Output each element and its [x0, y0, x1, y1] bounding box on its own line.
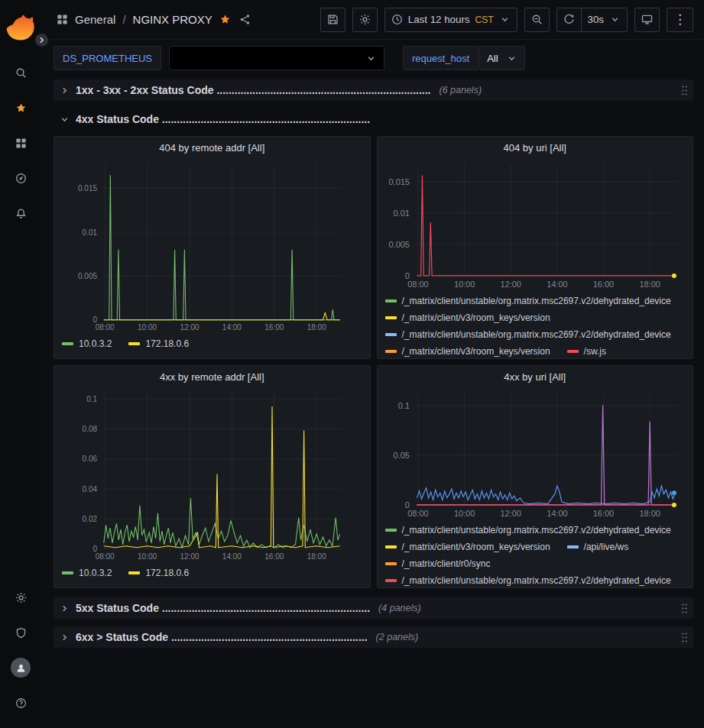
avatar [11, 658, 31, 678]
svg-text:12:00: 12:00 [500, 509, 521, 518]
svg-text:0.005: 0.005 [388, 240, 409, 249]
share-icon[interactable] [239, 14, 251, 25]
legend-row: /_matrix/client/v3/room_keys/version [385, 309, 686, 326]
chevron-right-icon [59, 632, 70, 643]
svg-text:0.06: 0.06 [83, 455, 98, 463]
svg-text:08:00: 08:00 [96, 552, 115, 561]
legend-item[interactable]: /_matrix/client/unstable/org.matrix.msc2… [385, 329, 671, 340]
legend-item[interactable]: /_matrix/client/v3/room_keys/version [385, 312, 550, 323]
refresh-button[interactable] [556, 8, 582, 32]
legend-label: /_matrix/client/unstable/org.matrix.msc2… [402, 525, 671, 535]
favorite-star-icon[interactable] [219, 14, 231, 25]
sidebar-item-explore[interactable] [4, 160, 37, 196]
row-header-5xx[interactable]: 5xx Status Code ........................… [54, 597, 693, 619]
legend-swatch [128, 571, 140, 574]
cycle-view-mode-button[interactable] [634, 8, 660, 32]
panel-title[interactable]: 404 by remote addr [All] [54, 137, 370, 158]
legend-label: /_matrix/client/v3/room_keys/version [402, 542, 550, 552]
legend-swatch [385, 579, 397, 582]
panel-title[interactable]: 4xx by remote addr [All] [54, 366, 370, 387]
row-panel-count: (6 panels) [439, 85, 482, 95]
legend-item[interactable]: /api/live/ws [567, 542, 629, 552]
request-host-select[interactable]: All [479, 46, 524, 70]
star-icon [15, 102, 27, 114]
legend-swatch [567, 350, 579, 353]
svg-text:10:00: 10:00 [138, 323, 157, 332]
timeseries-chart[interactable]: 00.0050.010.01508:0010:0012:0014:0016:00… [382, 158, 689, 291]
sidebar-item-profile[interactable] [4, 650, 37, 685]
timeseries-chart[interactable]: 00.020.040.060.080.108:0010:0012:0014:00… [59, 387, 365, 563]
chart-legend: 10.0.3.2172.18.0.6 [54, 334, 370, 358]
legend-label: /_matrix/client/v3/room_keys/version [402, 312, 550, 323]
timeseries-chart[interactable]: 00.050.108:0010:0012:0014:0016:0018:00 [382, 387, 689, 520]
save-dashboard-button[interactable] [320, 8, 346, 32]
chevron-down-icon [365, 53, 377, 64]
legend-item[interactable]: 172.18.0.6 [128, 568, 189, 578]
timezone-label: CST [475, 15, 494, 25]
bell-icon [15, 208, 27, 219]
legend-label: /_matrix/client/unstable/org.matrix.msc2… [402, 296, 671, 306]
svg-text:0.1: 0.1 [397, 401, 409, 410]
chevron-right-icon [59, 603, 70, 614]
grafana-logo-icon[interactable] [4, 8, 37, 47]
request-host-value: All [487, 53, 498, 64]
legend-item[interactable]: /_matrix/client/unstable/org.matrix.msc2… [385, 296, 671, 306]
panel-4xx-by-uri: 4xx by uri [All] 00.050.108:0010:0012:00… [377, 365, 694, 588]
row-header-4xx[interactable]: 4xx Status Code ........................… [54, 108, 693, 130]
user-icon [15, 662, 27, 674]
sidebar-item-starred[interactable] [4, 90, 37, 125]
legend-item[interactable]: 10.0.3.2 [62, 338, 112, 349]
panel-grid: 404 by remote addr [All] 00.0050.010.015… [54, 136, 693, 588]
svg-text:0.01: 0.01 [393, 209, 409, 218]
legend-item[interactable]: /_matrix/client/v3/room_keys/version [385, 346, 550, 357]
sidebar-item-dashboards[interactable] [4, 125, 37, 160]
clock-icon [391, 14, 403, 25]
chevron-down-icon [499, 14, 511, 25]
svg-text:0.02: 0.02 [83, 515, 98, 523]
more-options-button[interactable]: ⋮ [667, 8, 693, 32]
chevron-right-icon [59, 85, 70, 96]
monitor-icon [641, 14, 653, 25]
sidebar [0, 0, 41, 728]
grafana-app: General / NGINX PROXY Last 12 hours CST [0, 0, 704, 728]
sidebar-item-search[interactable] [4, 55, 37, 90]
panel-4xx-by-remote-addr: 4xx by remote addr [All] 00.020.040.060.… [54, 365, 371, 588]
apps-grid-icon [15, 138, 27, 149]
legend-item[interactable]: 10.0.3.2 [62, 568, 112, 578]
legend-swatch [128, 342, 140, 345]
panel-title[interactable]: 404 by uri [All] [378, 137, 693, 158]
legend-item[interactable]: /_matrix/client/r0/sync [385, 558, 491, 569]
sidebar-item-alerting[interactable] [4, 196, 37, 231]
row-drag-handle[interactable] [681, 632, 688, 643]
dashboard-settings-button[interactable] [352, 8, 378, 32]
row-drag-handle[interactable] [681, 603, 688, 614]
row-header-6xx[interactable]: 6xx > Status Code ......................… [54, 626, 693, 648]
svg-text:14:00: 14:00 [547, 509, 567, 518]
row-header-1xx-3xx-2xx[interactable]: 1xx - 3xx - 2xx Status Code ............… [54, 79, 693, 101]
legend-item[interactable]: /_matrix/client/unstable/org.matrix.msc2… [385, 575, 671, 586]
breadcrumb-folder[interactable]: General [75, 13, 115, 26]
chart-area: 00.050.108:0010:0012:0014:0016:0018:00 [378, 387, 693, 520]
refresh-interval-select[interactable]: 30s [582, 8, 628, 32]
chevron-down-icon [609, 14, 621, 25]
zoom-out-time-button[interactable] [524, 8, 550, 32]
row-drag-handle[interactable] [681, 85, 688, 96]
legend-row: /_matrix/client/r0/sync [385, 555, 686, 572]
legend-label: /_matrix/client/r0/sync [402, 558, 491, 569]
sidebar-item-admin[interactable] [4, 615, 37, 650]
legend-item[interactable]: 172.18.0.6 [128, 338, 189, 349]
sidebar-item-help[interactable] [4, 685, 37, 720]
legend-item[interactable]: /_matrix/client/v3/room_keys/version [385, 542, 550, 552]
legend-item[interactable]: /_matrix/client/unstable/org.matrix.msc2… [385, 525, 671, 535]
prometheus-datasource-select[interactable] [169, 46, 384, 70]
timeseries-chart[interactable]: 00.0050.010.01508:0010:0012:0014:0016:00… [59, 158, 365, 334]
chart-legend: /_matrix/client/unstable/org.matrix.msc2… [378, 520, 693, 587]
panel-title[interactable]: 4xx by uri [All] [378, 366, 693, 387]
legend-item[interactable]: /sw.js [567, 346, 606, 357]
row-title: 5xx Status Code ........................… [76, 602, 370, 614]
sidebar-expand-button[interactable] [34, 32, 50, 48]
time-range-picker[interactable]: Last 12 hours CST [384, 8, 517, 32]
zoom-out-icon [531, 14, 543, 25]
sidebar-item-configuration[interactable] [4, 580, 37, 615]
svg-text:10:00: 10:00 [453, 280, 474, 289]
